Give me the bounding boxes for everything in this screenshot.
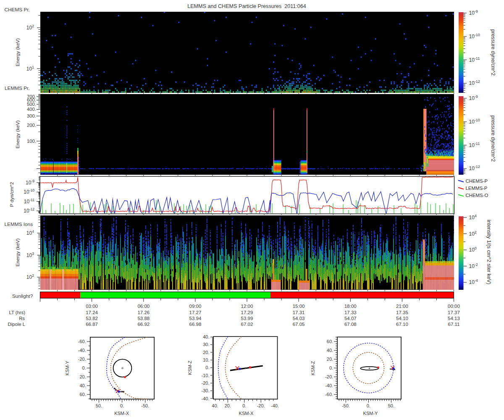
svg-text:10-9: 10-9 (469, 94, 478, 101)
svg-text:-60.: -60. (325, 392, 333, 397)
svg-text:12:00: 12:00 (241, 304, 253, 309)
svg-text:53.82: 53.82 (86, 316, 98, 321)
svg-text:17.31: 17.31 (293, 310, 305, 315)
svg-text:0.: 0. (120, 403, 124, 408)
svg-text:40.: 40. (203, 334, 209, 339)
svg-text:20.: 20. (80, 374, 86, 379)
svg-text:17.37: 17.37 (448, 310, 460, 315)
svg-text:09:00: 09:00 (189, 304, 202, 309)
svg-text:101: 101 (26, 65, 34, 72)
svg-text:10-11: 10-11 (469, 142, 480, 148)
svg-text:KSM-X: KSM-X (239, 411, 254, 416)
svg-text:10-9: 10-9 (469, 9, 478, 16)
svg-text:100: 100 (469, 246, 477, 253)
svg-text:10-4: 10-4 (469, 278, 478, 285)
svg-text:-50.: -50. (141, 403, 149, 408)
svg-text:54.03: 54.03 (293, 316, 305, 321)
svg-text:-20.: -20. (202, 381, 210, 386)
svg-text:LEMMS and CHEMS Particle Press: LEMMS and CHEMS Particle Pressures 2011:… (187, 3, 306, 9)
svg-text:0.: 0. (367, 403, 370, 408)
svg-text:P dyn/cm^2: P dyn/cm^2 (9, 182, 14, 207)
svg-text:0.: 0. (242, 403, 246, 408)
svg-text:40.: 40. (212, 403, 218, 408)
svg-text:102: 102 (26, 24, 34, 31)
svg-text:KSM-Z: KSM-Z (310, 361, 315, 375)
svg-text:102: 102 (26, 273, 34, 280)
svg-text:LEMMS Pr.: LEMMS Pr. (5, 85, 30, 91)
svg-text:53.88: 53.88 (137, 316, 150, 321)
svg-text:400.: 400. (27, 107, 36, 112)
svg-text:17.26: 17.26 (137, 310, 150, 315)
svg-text:-40.: -40. (325, 383, 333, 388)
svg-text:KSM-Z: KSM-Z (187, 360, 192, 375)
svg-text:500.: 500. (27, 102, 36, 107)
svg-text:60.: 60. (327, 339, 333, 344)
svg-text:17.29: 17.29 (241, 310, 253, 315)
svg-text:104: 104 (26, 229, 34, 236)
svg-text:KSM-Y: KSM-Y (363, 411, 378, 416)
svg-text:100.: 100. (27, 139, 36, 144)
svg-text:103: 103 (26, 252, 34, 258)
svg-text:03:00: 03:00 (86, 304, 98, 309)
svg-text:CHEMS Pr.: CHEMS Pr. (5, 7, 30, 13)
svg-text:54.10: 54.10 (396, 316, 408, 321)
svg-text:Energy (keV): Energy (keV) (15, 120, 20, 148)
svg-text:-20.: -20. (257, 403, 265, 408)
svg-text:54.13: 54.13 (448, 316, 460, 321)
svg-text:67.08: 67.08 (344, 322, 357, 327)
svg-text:0.: 0. (329, 365, 333, 370)
svg-text:66.87: 66.87 (86, 322, 98, 327)
svg-text:10.: 10. (203, 357, 209, 362)
svg-text:Sunlight?: Sunlight? (12, 293, 33, 299)
svg-text:300.: 300. (27, 113, 36, 118)
svg-text:pressure dyne/cm^2: pressure dyne/cm^2 (490, 116, 496, 162)
svg-text:Rs: Rs (19, 316, 25, 321)
svg-text:30.: 30. (203, 342, 209, 347)
svg-text:20.: 20. (327, 357, 333, 362)
svg-text:-30.: -30. (202, 388, 210, 393)
svg-text:200.: 200. (27, 123, 36, 128)
svg-text:10-2: 10-2 (469, 262, 478, 269)
svg-text:66.92: 66.92 (137, 322, 150, 327)
svg-text:06:00: 06:00 (137, 304, 150, 309)
svg-text:67.02: 67.02 (241, 322, 253, 327)
svg-text:10-9: 10-9 (26, 179, 34, 186)
svg-text:10-10: 10-10 (24, 188, 34, 195)
svg-text:CHEMS-P: CHEMS-P (466, 178, 488, 184)
svg-text:50.: 50. (388, 403, 394, 408)
svg-text:-60.: -60. (78, 339, 86, 344)
svg-text:KSM-Y: KSM-Y (65, 360, 70, 375)
svg-text:LT (hrs): LT (hrs) (9, 310, 26, 315)
svg-text:54.07: 54.07 (344, 316, 357, 321)
svg-text:-10.: -10. (202, 373, 210, 378)
svg-text:-40.: -40. (271, 403, 279, 408)
svg-text:40.: 40. (80, 383, 86, 388)
svg-text:102: 102 (469, 230, 477, 237)
svg-text:67.05: 67.05 (293, 322, 305, 327)
svg-text:67.10: 67.10 (396, 322, 408, 327)
svg-text:10-12: 10-12 (24, 207, 34, 214)
svg-text:10-11: 10-11 (469, 56, 480, 63)
svg-text:-20.: -20. (78, 357, 86, 362)
svg-text:10-12: 10-12 (469, 165, 480, 171)
svg-text:21:00: 21:00 (396, 304, 408, 309)
svg-text:17.27: 17.27 (189, 310, 202, 315)
svg-text:10-12: 10-12 (469, 79, 480, 86)
svg-text:-50.: -50. (342, 403, 350, 408)
svg-text:intensity 1/(s cm^2 ster keV): intensity 1/(s cm^2 ster keV) (486, 220, 492, 284)
svg-text:-40.: -40. (202, 396, 210, 401)
svg-text:CHEMS-O: CHEMS-O (466, 193, 488, 198)
svg-text:53.94: 53.94 (189, 316, 202, 321)
svg-text:KSM-X: KSM-X (114, 411, 129, 416)
svg-text:-20.: -20. (325, 374, 333, 379)
svg-text:66.98: 66.98 (189, 322, 202, 327)
svg-text:LEMMS Ions: LEMMS Ions (5, 221, 33, 227)
svg-text:15:00: 15:00 (293, 304, 305, 309)
svg-text:10-11: 10-11 (24, 198, 34, 205)
svg-text:104: 104 (469, 214, 477, 220)
svg-text:17.24: 17.24 (86, 310, 98, 315)
svg-text:17.33: 17.33 (344, 310, 357, 315)
svg-text:17.35: 17.35 (396, 310, 408, 315)
svg-text:50.: 50. (96, 403, 102, 408)
svg-text:40.: 40. (327, 348, 333, 353)
